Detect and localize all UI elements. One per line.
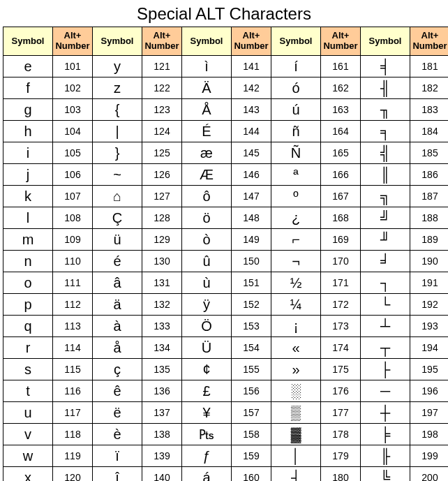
header-alt-number: Alt+Number (232, 27, 271, 56)
symbol-cell: f (3, 77, 53, 99)
alt-number-cell: 107 (53, 186, 93, 207)
symbol-cell: ╖ (361, 99, 410, 121)
alt-number-cell: 154 (232, 337, 271, 359)
symbol-cell: l (3, 207, 53, 229)
symbol-cell: o (3, 272, 53, 294)
alt-number-cell: 185 (410, 142, 449, 164)
alt-number-cell: 111 (53, 272, 93, 294)
symbol-cell: ░ (271, 380, 321, 402)
symbol-cell: { (93, 99, 142, 121)
alt-number-cell: 138 (142, 424, 182, 445)
header-alt-number: Alt+Number (53, 27, 93, 56)
alt-number-cell: 172 (321, 294, 361, 316)
alt-number-cell: 117 (53, 402, 93, 424)
symbol-cell: Æ (182, 164, 232, 186)
symbol-cell: y (93, 56, 142, 77)
alt-number-cell: 196 (410, 380, 449, 402)
symbol-cell: ╗ (361, 186, 410, 207)
table-row: r114å134Ü154«174┬194 (3, 337, 449, 359)
table-row: u117ë137¥157▒177┼197 (3, 402, 449, 424)
alt-number-cell: 123 (142, 99, 182, 121)
alt-number-cell: 188 (410, 207, 449, 229)
symbol-cell: ├ (361, 359, 410, 380)
alt-number-cell: 101 (53, 56, 93, 77)
header-symbol: Symbol (93, 27, 142, 56)
table-row: s115ç135¢155»175├195 (3, 359, 449, 380)
symbol-cell: z (93, 77, 142, 99)
symbol-cell: £ (182, 380, 232, 402)
symbol-cell: ╡ (361, 56, 410, 77)
symbol-cell: Ä (182, 77, 232, 99)
symbol-cell: x (3, 467, 53, 482)
alt-number-cell: 163 (321, 99, 361, 121)
symbol-cell: É (182, 121, 232, 142)
alt-number-cell: 105 (53, 142, 93, 164)
alt-number-cell: 132 (142, 294, 182, 316)
symbol-cell: ò (182, 229, 232, 251)
symbol-cell: w (3, 445, 53, 467)
alt-number-cell: 200 (410, 467, 449, 482)
alt-number-cell: 128 (142, 207, 182, 229)
symbol-cell: } (93, 142, 142, 164)
symbol-cell: ä (93, 294, 142, 316)
alt-number-cell: 170 (321, 251, 361, 272)
alt-number-cell: 149 (232, 229, 271, 251)
symbol-cell: Å (182, 99, 232, 121)
symbol-cell: æ (182, 142, 232, 164)
alt-number-cell: 166 (321, 164, 361, 186)
symbol-cell: ╞ (361, 424, 410, 445)
symbol-cell: ⌐ (271, 229, 321, 251)
symbol-cell: │ (271, 445, 321, 467)
alt-number-cell: 159 (232, 445, 271, 467)
alt-number-cell: 153 (232, 316, 271, 337)
symbol-cell: n (3, 251, 53, 272)
alt-number-cell: 192 (410, 294, 449, 316)
header-symbol: Symbol (271, 27, 321, 56)
symbol-cell: è (93, 424, 142, 445)
symbol-cell: q (3, 316, 53, 337)
symbol-cell: î (93, 467, 142, 482)
symbol-cell: ⌂ (93, 186, 142, 207)
alt-number-cell: 139 (142, 445, 182, 467)
alt-number-cell: 181 (410, 56, 449, 77)
alt-number-cell: 103 (53, 99, 93, 121)
symbol-cell: r (3, 337, 53, 359)
symbol-cell: ┼ (361, 402, 410, 424)
symbol-cell: ¬ (271, 251, 321, 272)
symbol-cell: e (3, 56, 53, 77)
table-row: o111â131ù151½171┐191 (3, 272, 449, 294)
symbol-cell: ▒ (271, 402, 321, 424)
alt-number-cell: 178 (321, 424, 361, 445)
table-row: j106~126Æ146ª166║186 (3, 164, 449, 186)
alt-number-cell: 167 (321, 186, 361, 207)
symbol-cell: ï (93, 445, 142, 467)
symbol-cell: ¢ (182, 359, 232, 380)
symbol-cell: s (3, 359, 53, 380)
symbol-cell: ñ (271, 121, 321, 142)
alt-number-cell: 184 (410, 121, 449, 142)
alt-number-cell: 135 (142, 359, 182, 380)
header-symbol: Symbol (361, 27, 410, 56)
table-row: t116ê136£156░176─196 (3, 380, 449, 402)
alt-number-cell: 136 (142, 380, 182, 402)
alt-number-cell: 168 (321, 207, 361, 229)
alt-number-cell: 130 (142, 251, 182, 272)
symbol-cell: ç (93, 359, 142, 380)
symbol-cell: ¡ (271, 316, 321, 337)
alt-number-cell: 151 (232, 272, 271, 294)
symbol-cell: à (93, 316, 142, 337)
table-header-row: SymbolAlt+NumberSymbolAlt+NumberSymbolAl… (3, 27, 449, 56)
table-row: i105}125æ145Ñ165╣185 (3, 142, 449, 164)
alt-number-cell: 194 (410, 337, 449, 359)
table-row: n110é130û150¬170╛190 (3, 251, 449, 272)
alt-number-cell: 164 (321, 121, 361, 142)
alt-number-cell: 141 (232, 56, 271, 77)
symbol-cell: | (93, 121, 142, 142)
symbol-cell: ~ (93, 164, 142, 186)
symbol-cell: ì (182, 56, 232, 77)
alt-number-cell: 102 (53, 77, 93, 99)
symbol-cell: ÿ (182, 294, 232, 316)
symbol-cell: ¥ (182, 402, 232, 424)
alt-number-cell: 131 (142, 272, 182, 294)
table-row: e101y121ì141í161╡181 (3, 56, 449, 77)
